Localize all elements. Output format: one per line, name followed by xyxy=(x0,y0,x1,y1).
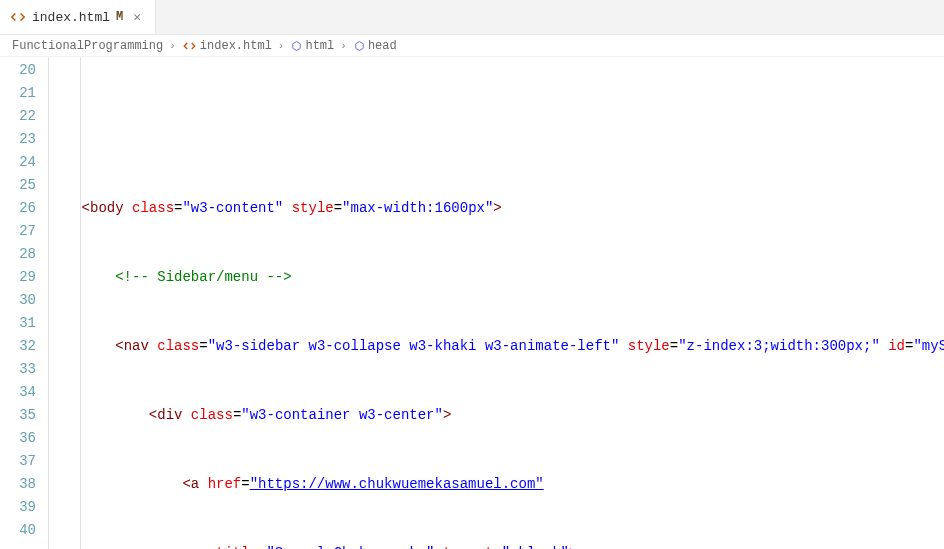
breadcrumb-folder[interactable]: FunctionalProgramming xyxy=(12,39,163,53)
breadcrumb-file[interactable]: index.html xyxy=(200,39,272,53)
line-number: 36 xyxy=(0,427,36,450)
line-number: 27 xyxy=(0,220,36,243)
line-number: 22 xyxy=(0,105,36,128)
line-number: 40 xyxy=(0,519,36,542)
code-line: <nav class="w3-sidebar w3-collapse w3-kh… xyxy=(48,335,944,358)
line-number: 39 xyxy=(0,496,36,519)
code-line: <!-- Sidebar/menu --> xyxy=(48,266,944,289)
line-number: 28 xyxy=(0,243,36,266)
line-number: 38 xyxy=(0,473,36,496)
line-number: 31 xyxy=(0,312,36,335)
breadcrumb-seg-html[interactable]: html xyxy=(305,39,334,53)
editor-tab[interactable]: index.html M ✕ xyxy=(0,0,156,34)
indent-guides xyxy=(48,57,98,549)
line-number: 20 xyxy=(0,59,36,82)
line-number: 23 xyxy=(0,128,36,151)
close-icon[interactable]: ✕ xyxy=(129,10,145,25)
line-number: 29 xyxy=(0,266,36,289)
chevron-right-icon: › xyxy=(169,40,176,52)
line-number: 21 xyxy=(0,82,36,105)
symbol-icon xyxy=(290,40,303,52)
code-editor[interactable]: 20 21 22 23 24 25 26 27 28 29 30 31 32 3… xyxy=(0,57,944,549)
line-number: 24 xyxy=(0,151,36,174)
breadcrumb-seg-head[interactable]: head xyxy=(368,39,397,53)
html-file-icon xyxy=(10,10,26,24)
tab-modified-badge: M xyxy=(116,10,123,24)
breadcrumb: FunctionalProgramming › index.html › htm… xyxy=(0,35,944,57)
html-file-icon xyxy=(182,39,198,53)
code-line xyxy=(48,128,944,151)
line-number: 26 xyxy=(0,197,36,220)
line-number: 34 xyxy=(0,381,36,404)
tab-filename: index.html xyxy=(32,10,110,25)
chevron-right-icon: › xyxy=(340,40,347,52)
line-number: 33 xyxy=(0,358,36,381)
line-number: 32 xyxy=(0,335,36,358)
line-number: 37 xyxy=(0,450,36,473)
line-number: 35 xyxy=(0,404,36,427)
line-number: 25 xyxy=(0,174,36,197)
line-number-gutter: 20 21 22 23 24 25 26 27 28 29 30 31 32 3… xyxy=(0,57,48,549)
code-line: <body class="w3-content" style="max-widt… xyxy=(48,197,944,220)
chevron-right-icon: › xyxy=(278,40,285,52)
code-line: title="Samuel Chukwuemeka" target="_blan… xyxy=(48,542,944,549)
tab-bar: index.html M ✕ xyxy=(0,0,944,35)
symbol-icon xyxy=(353,40,366,52)
code-line: <div class="w3-container w3-center"> xyxy=(48,404,944,427)
code-line: <a href="https://www.chukwuemekasamuel.c… xyxy=(48,473,944,496)
line-number: 30 xyxy=(0,289,36,312)
code-area[interactable]: <body class="w3-content" style="max-widt… xyxy=(48,57,944,549)
